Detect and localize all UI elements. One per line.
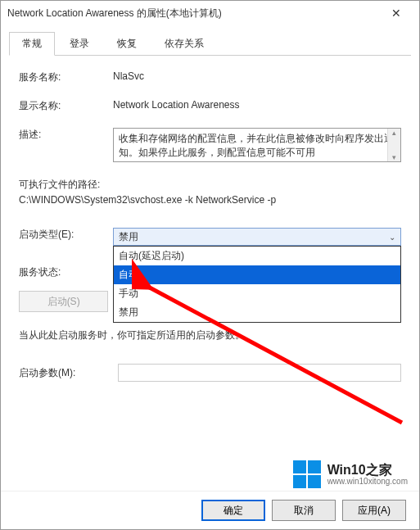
apply-button[interactable]: 应用(A) — [342, 500, 406, 521]
startup-type-value: 禁用 — [119, 230, 138, 244]
row-start-params: 启动参数(M): — [19, 364, 401, 382]
watermark-text: Win10之家 www.win10xitong.com — [327, 463, 408, 487]
windows-icon — [293, 460, 321, 488]
dropdown-opt-auto[interactable]: 自动 — [114, 265, 400, 284]
startup-type-closed[interactable]: 禁用 ⌄ — [113, 228, 401, 246]
exe-path-block: 可执行文件的路径: C:\WINDOWS\System32\svchost.ex… — [19, 177, 401, 208]
tab-recovery[interactable]: 恢复 — [104, 32, 150, 56]
tab-content: 服务名称: NlaSvc 显示名称: Network Location Awar… — [1, 56, 419, 491]
label-start-params: 启动参数(M): — [19, 366, 113, 380]
startup-type-select[interactable]: 禁用 ⌄ 自动(延迟启动) 自动 手动 禁用 — [113, 228, 401, 246]
description-scrollbar[interactable]: ▴ ▾ — [387, 129, 400, 161]
properties-dialog: Network Location Awareness 的属性(本地计算机) ✕ … — [0, 0, 420, 530]
tab-dependencies[interactable]: 依存关系 — [151, 32, 217, 56]
row-startup-type: 启动类型(E): 禁用 ⌄ 自动(延迟启动) 自动 手动 禁用 — [19, 228, 401, 246]
label-exe-path: 可执行文件的路径: — [19, 177, 401, 193]
value-exe-path: C:\WINDOWS\System32\svchost.exe -k Netwo… — [19, 193, 401, 208]
label-service-name: 服务名称: — [19, 70, 113, 84]
dropdown-opt-disabled[interactable]: 禁用 — [114, 303, 400, 322]
ok-button[interactable]: 确定 — [201, 500, 265, 521]
dropdown-opt-auto-delayed[interactable]: 自动(延迟启动) — [114, 247, 400, 265]
description-textbox[interactable]: 收集和存储网络的配置信息，并在此信息被修改时向程序发出通知。如果停止此服务，则配… — [113, 128, 401, 162]
watermark-url: www.win10xitong.com — [327, 477, 408, 486]
tab-strip: 常规 登录 恢复 依存关系 — [1, 25, 419, 56]
start-params-input[interactable] — [118, 364, 401, 382]
row-service-name: 服务名称: NlaSvc — [19, 70, 401, 84]
row-display-name: 显示名称: Network Location Awareness — [19, 99, 401, 113]
dropdown-opt-manual[interactable]: 手动 — [114, 284, 400, 303]
value-display-name: Network Location Awareness — [113, 99, 401, 111]
scroll-down-icon: ▾ — [392, 153, 396, 161]
tab-general[interactable]: 常规 — [9, 32, 55, 56]
row-description: 描述: 收集和存储网络的配置信息，并在此信息被修改时向程序发出通知。如果停止此服… — [19, 128, 401, 162]
startup-type-dropdown: 自动(延迟启动) 自动 手动 禁用 — [113, 246, 401, 323]
chevron-down-icon: ⌄ — [389, 233, 395, 242]
label-service-status: 服务状态: — [19, 265, 113, 279]
description-text: 收集和存储网络的配置信息，并在此信息被修改时向程序发出通知。如果停止此服务，则配… — [119, 133, 394, 158]
scroll-up-icon: ▴ — [392, 129, 396, 137]
start-button[interactable]: 启动(S) — [19, 291, 108, 312]
watermark-title: Win10之家 — [327, 463, 408, 478]
label-startup-type: 启动类型(E): — [19, 228, 113, 242]
label-description: 描述: — [19, 128, 113, 142]
close-button[interactable]: ✕ — [380, 1, 413, 25]
cancel-button[interactable]: 取消 — [272, 500, 336, 521]
close-icon: ✕ — [391, 7, 401, 20]
tab-logon[interactable]: 登录 — [56, 32, 102, 56]
tab-border — [9, 55, 411, 56]
titlebar: Network Location Awareness 的属性(本地计算机) ✕ — [1, 1, 419, 25]
label-display-name: 显示名称: — [19, 99, 113, 113]
startup-note: 当从此处启动服务时，你可指定所适用的启动参数。 — [19, 328, 401, 342]
dialog-footer: 确定 取消 应用(A) — [1, 491, 419, 529]
watermark-logo: Win10之家 www.win10xitong.com — [293, 460, 408, 488]
window-title: Network Location Awareness 的属性(本地计算机) — [7, 7, 380, 20]
value-service-name: NlaSvc — [113, 70, 401, 82]
